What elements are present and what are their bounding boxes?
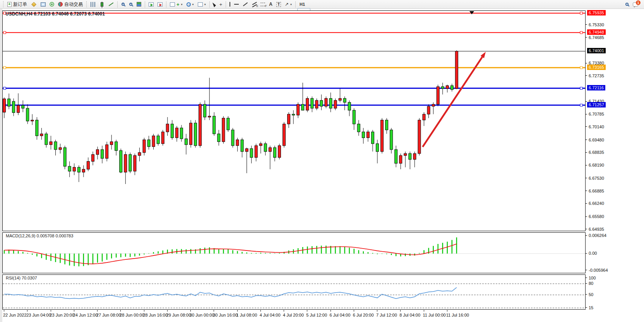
candle bbox=[54, 142, 57, 150]
time-axis-label: 30 Jun 00:00 bbox=[190, 313, 214, 317]
separator bbox=[117, 1, 118, 8]
price-tick: 6.74685 bbox=[586, 35, 604, 40]
rsi-tick: 50 bbox=[586, 292, 593, 297]
terminal-button[interactable] bbox=[39, 0, 48, 8]
candle bbox=[329, 99, 332, 108]
chart-shift-button[interactable] bbox=[156, 0, 164, 8]
equidistant-channel-button[interactable]: E bbox=[250, 0, 259, 8]
separator bbox=[209, 1, 210, 8]
price-tick: 6.69480 bbox=[586, 137, 604, 143]
candle bbox=[325, 99, 327, 106]
time-tick bbox=[190, 310, 191, 312]
separator bbox=[145, 1, 145, 8]
auto-scroll-button[interactable] bbox=[147, 0, 156, 8]
candle bbox=[357, 124, 360, 132]
candle bbox=[437, 87, 439, 104]
candle bbox=[96, 150, 99, 155]
tile-windows-icon bbox=[137, 2, 141, 7]
time-tick bbox=[331, 310, 331, 312]
zoom-in-button[interactable]: + bbox=[119, 0, 127, 8]
new-order-button[interactable]: 新订单 bbox=[5, 0, 29, 8]
candle bbox=[12, 101, 15, 112]
candle bbox=[91, 155, 94, 162]
candle bbox=[22, 105, 24, 108]
fibonacci-button[interactable]: F bbox=[259, 0, 267, 8]
price-tick: 6.70140 bbox=[586, 124, 604, 129]
candle bbox=[63, 148, 66, 166]
arrows-button[interactable]: ↗▾ bbox=[283, 0, 294, 8]
candle bbox=[227, 118, 230, 130]
candle bbox=[161, 132, 164, 144]
rsi-chart[interactable] bbox=[3, 275, 585, 309]
candle bbox=[106, 145, 108, 158]
time-tick bbox=[51, 310, 51, 312]
time-axis-label: 22 Jun 2022 bbox=[3, 313, 27, 317]
candle bbox=[320, 101, 323, 106]
zoom-out-button[interactable]: − bbox=[127, 0, 135, 8]
candle bbox=[376, 144, 379, 152]
price-tick: 6.66885 bbox=[586, 188, 604, 194]
zoom-in-icon: + bbox=[122, 3, 125, 6]
candle bbox=[17, 105, 20, 112]
line-chart-button[interactable] bbox=[106, 0, 116, 8]
crosshair-button[interactable]: + bbox=[218, 0, 224, 8]
candle bbox=[26, 108, 29, 121]
time-tick bbox=[214, 310, 214, 312]
candle bbox=[390, 130, 393, 150]
candle bbox=[3, 99, 6, 112]
periods-button[interactable]: ▾ bbox=[185, 0, 196, 8]
auto-trading-button[interactable]: 自动交易 bbox=[56, 0, 85, 8]
main-chart-panel[interactable] bbox=[2, 10, 586, 231]
horizontal-line-button[interactable] bbox=[232, 0, 241, 8]
text-label-button[interactable]: T bbox=[274, 0, 283, 8]
separator bbox=[226, 1, 226, 8]
candle bbox=[73, 167, 75, 171]
market-watch-button[interactable] bbox=[29, 0, 39, 8]
timeframe-h1[interactable]: H1 bbox=[297, 0, 310, 8]
candle bbox=[31, 120, 34, 121]
line-chart-icon bbox=[109, 2, 114, 6]
candle bbox=[147, 140, 150, 147]
chat-icon: 1 bbox=[633, 2, 638, 7]
candle bbox=[450, 86, 453, 90]
candlestick-chart-button[interactable] bbox=[98, 0, 106, 8]
cursor-button[interactable] bbox=[211, 0, 218, 8]
macd-tick: 0.006264 bbox=[586, 233, 606, 238]
toolbar: 新订单 自动交易 + − +▾ ▾ ▾ + E F A T ↗▾ M1M5M15… bbox=[0, 0, 644, 9]
candle bbox=[87, 161, 89, 169]
trendline-button[interactable] bbox=[241, 0, 250, 8]
candle bbox=[143, 140, 146, 152]
navigator-button[interactable] bbox=[48, 0, 56, 8]
price-tick: 6.68835 bbox=[586, 150, 604, 155]
bar-chart-button[interactable] bbox=[89, 0, 98, 8]
time-axis-label: 1 Jul 08:00 bbox=[236, 313, 257, 317]
macd-chart[interactable] bbox=[3, 233, 585, 273]
symbol-search-button[interactable] bbox=[623, 0, 631, 8]
candlestick-chart[interactable] bbox=[3, 11, 585, 231]
macd-panel[interactable]: MACD(12,26,9) 0.005708 0.000783 bbox=[2, 232, 586, 273]
price-tick: 6.67530 bbox=[586, 175, 604, 181]
fibonacci-icon: F bbox=[260, 3, 265, 6]
candle bbox=[339, 99, 341, 101]
candle bbox=[175, 128, 178, 138]
rsi-panel[interactable]: RSI(14) 70.0307 bbox=[2, 274, 586, 310]
text-button[interactable]: A bbox=[267, 0, 274, 8]
chat-button[interactable]: 1 bbox=[631, 0, 640, 8]
candle bbox=[115, 142, 118, 151]
price-label-box: 6.74001 bbox=[587, 48, 606, 53]
candle bbox=[77, 167, 80, 172]
templates-button[interactable]: ▾ bbox=[196, 0, 208, 8]
time-axis-label: 6 Jul 04:00 bbox=[330, 313, 351, 317]
hline-handle bbox=[580, 66, 582, 69]
price-label-box: 6.75935 bbox=[587, 10, 606, 15]
candle bbox=[204, 104, 206, 117]
candle bbox=[273, 148, 276, 157]
tile-windows-button[interactable] bbox=[135, 0, 143, 8]
time-axis-label: 23 Jun 20:00 bbox=[50, 313, 75, 317]
vertical-line-button[interactable] bbox=[228, 0, 232, 8]
time-axis-label: 24 Jun 12:00 bbox=[73, 313, 98, 317]
time-tick bbox=[144, 310, 144, 312]
candle bbox=[236, 140, 239, 145]
candle bbox=[129, 155, 132, 171]
indicators-button[interactable]: +▾ bbox=[168, 0, 185, 8]
